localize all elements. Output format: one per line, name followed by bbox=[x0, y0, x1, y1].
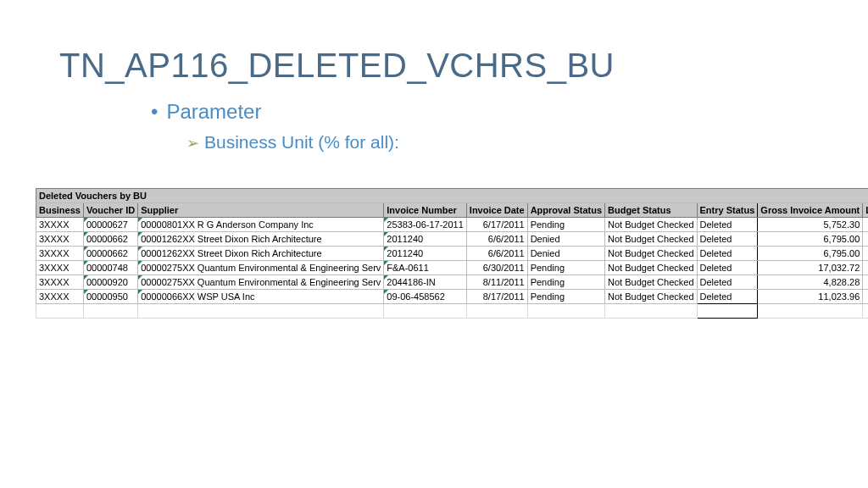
bullet-2-text: Business Unit (% for all): bbox=[204, 132, 399, 152]
col-budget-status: Budget Status bbox=[605, 203, 698, 218]
cell-invoice-number: 2011240 bbox=[384, 247, 467, 261]
cell-entry-status: Deleted bbox=[697, 232, 758, 247]
cell-voucher-id: 00000920 bbox=[83, 275, 137, 290]
cell-business-unit: 3XXXX bbox=[36, 290, 84, 304]
cell-gross-invoice-amount: 6,795.00 bbox=[758, 232, 863, 247]
deleted-vouchers-table: Deleted Vouchers by BU Business Voucher … bbox=[36, 188, 868, 319]
col-gross-invoice-amount: Gross Invoice Amount bbox=[758, 203, 863, 218]
cell-budget-status: Not Budget Checked bbox=[605, 290, 698, 304]
cell-approval-status: Denied bbox=[527, 247, 604, 261]
table-caption: Deleted Vouchers by BU bbox=[36, 189, 869, 203]
bullet-level-2: ➢Business Unit (% for all): bbox=[186, 132, 399, 152]
cell-invoice-number: 25383-06-17-2011 bbox=[384, 218, 467, 232]
cell-invoice-number: 09-06-458562 bbox=[384, 290, 467, 304]
cell-entry-status: Deleted bbox=[697, 247, 758, 261]
cell-business-unit: 3XXXX bbox=[36, 232, 84, 247]
cell-supplier: 00001262XX Street Dixon Rich Architectur… bbox=[138, 232, 384, 247]
cell-invoice-date: 8/17/2011 bbox=[466, 290, 527, 304]
cell-entry-status: Deleted bbox=[697, 290, 758, 304]
cell-gross-invoice-amount: 17,032.72 bbox=[758, 261, 863, 275]
cell-entry-status: Deleted bbox=[697, 275, 758, 290]
cell-approval-status: Pending bbox=[527, 275, 604, 290]
cell-budget-status: Not Budget Checked bbox=[605, 247, 698, 261]
cell-business-unit: 3XXXX bbox=[36, 218, 84, 232]
bullet-arrow-icon: ➢ bbox=[186, 135, 199, 152]
cell-budget-status: Not Budget Checked bbox=[605, 275, 698, 290]
cell-invoice-date: 6/6/2011 bbox=[466, 232, 527, 247]
report-table-wrap: Deleted Vouchers by BU Business Voucher … bbox=[36, 188, 834, 319]
bullet-dot-icon: • bbox=[151, 100, 158, 123]
cell-invoice-date: 8/11/2011 bbox=[466, 275, 527, 290]
cell-last-updated: 6/27/2011 bbox=[863, 218, 868, 232]
bullet-level-1: •Parameter bbox=[151, 100, 261, 124]
cell-invoice-date: 6/30/2011 bbox=[466, 261, 527, 275]
col-approval-status: Approval Status bbox=[527, 203, 604, 218]
table-header-row: Business Voucher ID Supplier Invoice Num… bbox=[36, 203, 869, 218]
col-invoice-number: Invoice Number bbox=[384, 203, 467, 218]
table-empty-row bbox=[36, 304, 869, 319]
table-row: 3XXXX0000066200001262XX Street Dixon Ric… bbox=[36, 247, 869, 261]
cell-invoice-number: F&A-0611 bbox=[384, 261, 467, 275]
col-business-unit: Business bbox=[36, 203, 84, 218]
cell-budget-status: Not Budget Checked bbox=[605, 218, 698, 232]
cell-gross-invoice-amount: 4,828.28 bbox=[758, 275, 863, 290]
cell-invoice-date: 6/6/2011 bbox=[466, 247, 527, 261]
col-invoice-date: Invoice Date bbox=[466, 203, 527, 218]
cell-approval-status: Denied bbox=[527, 232, 604, 247]
cell-last-updated: 6/29/2011 bbox=[863, 232, 868, 247]
bullet-1-text: Parameter bbox=[166, 100, 261, 123]
cell-approval-status: Pending bbox=[527, 218, 604, 232]
cell-invoice-number: 2044186-IN bbox=[384, 275, 467, 290]
cell-budget-status: Not Budget Checked bbox=[605, 261, 698, 275]
cell-supplier: 00000275XX Quantum Environmental & Engin… bbox=[138, 275, 384, 290]
col-voucher-id: Voucher ID bbox=[83, 203, 137, 218]
cell-voucher-id: 00000950 bbox=[83, 290, 137, 304]
cell-last-updated: 8/24/2011 bbox=[863, 275, 868, 290]
table-row: 3XXXX0000095000000066XX WSP USA Inc09-06… bbox=[36, 290, 869, 304]
cell-business-unit: 3XXXX bbox=[36, 261, 84, 275]
table-title-row: Deleted Vouchers by BU bbox=[36, 189, 869, 203]
cell-gross-invoice-amount: 5,752.30 bbox=[758, 218, 863, 232]
cell-supplier: 00000066XX WSP USA Inc bbox=[138, 290, 384, 304]
cell-last-updated: 8/29/2011 bbox=[863, 290, 868, 304]
cell-invoice-date: 6/17/2011 bbox=[466, 218, 527, 232]
cell-last-updated: 8/5/2011 bbox=[863, 261, 868, 275]
col-entry-status: Entry Status bbox=[697, 203, 758, 218]
table-row: 3XXXX0000074800000275XX Quantum Environm… bbox=[36, 261, 869, 275]
cell-supplier: 00000801XX R G Anderson Company Inc bbox=[138, 218, 384, 232]
table-row: 3XXXX0000062700000801XX R G Anderson Com… bbox=[36, 218, 869, 232]
cell-approval-status: Pending bbox=[527, 261, 604, 275]
slide-title: TN_AP116_DELETED_VCHRS_BU bbox=[59, 47, 615, 85]
table-row: 3XXXX0000066200001262XX Street Dixon Ric… bbox=[36, 232, 869, 247]
cell-voucher-id: 00000662 bbox=[83, 232, 137, 247]
col-supplier: Supplier bbox=[138, 203, 384, 218]
cell-voucher-id: 00000627 bbox=[83, 218, 137, 232]
cell-budget-status: Not Budget Checked bbox=[605, 232, 698, 247]
cell-entry-status: Deleted bbox=[697, 218, 758, 232]
cell-business-unit: 3XXXX bbox=[36, 247, 84, 261]
col-last-updated: Last Updated bbox=[863, 203, 868, 218]
cell-gross-invoice-amount: 6,795.00 bbox=[758, 247, 863, 261]
cell-voucher-id: 00000748 bbox=[83, 261, 137, 275]
cell-invoice-number: 2011240 bbox=[384, 232, 467, 247]
cell-supplier: 00000275XX Quantum Environmental & Engin… bbox=[138, 261, 384, 275]
table-row: 3XXXX0000092000000275XX Quantum Environm… bbox=[36, 275, 869, 290]
cell-last-updated: 6/29/2011 bbox=[863, 247, 868, 261]
cell-supplier: 00001262XX Street Dixon Rich Architectur… bbox=[138, 247, 384, 261]
cell-business-unit: 3XXXX bbox=[36, 275, 84, 290]
cell-approval-status: Pending bbox=[527, 290, 604, 304]
cell-gross-invoice-amount: 11,023.96 bbox=[758, 290, 863, 304]
cell-voucher-id: 00000662 bbox=[83, 247, 137, 261]
cell-entry-status: Deleted bbox=[697, 261, 758, 275]
